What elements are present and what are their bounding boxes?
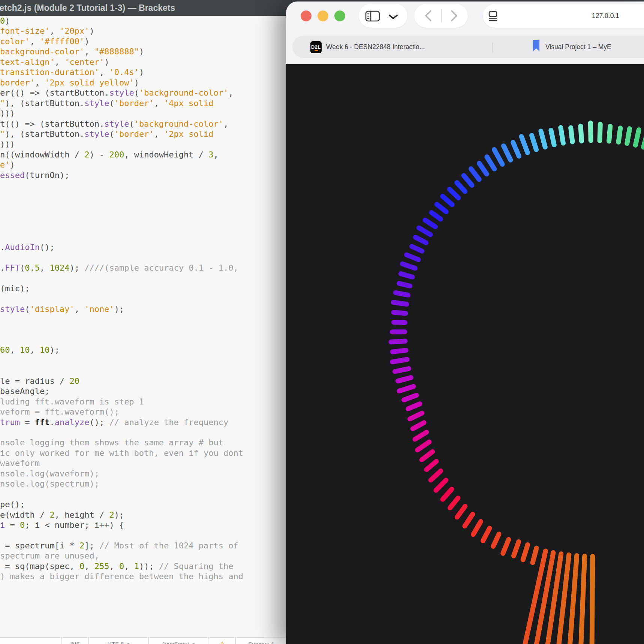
chevron-down-icon[interactable] xyxy=(388,13,398,20)
back-icon[interactable] xyxy=(424,9,433,22)
code-line: e(width / 2, height / 2); xyxy=(0,510,124,520)
spectrum-dash xyxy=(487,157,494,169)
tab-week6[interactable]: Week 6 - DESN22848 Interactio... xyxy=(326,36,425,58)
spectrum-dash xyxy=(561,127,563,143)
code-line: ))) xyxy=(0,139,15,149)
spectrum-dash xyxy=(571,128,572,142)
code-line: background-color', "#888888") xyxy=(0,46,144,57)
spectrum-dash xyxy=(600,124,600,141)
minimize-button[interactable] xyxy=(318,10,328,21)
code-line: ))) xyxy=(0,108,15,118)
d2l-favicon-text: D2L xyxy=(311,44,321,50)
code-line: = sq(map(spec, 0, 255, 0, 1)); // Squari… xyxy=(0,561,234,571)
spectrum-dash xyxy=(504,146,511,160)
spectrum-dash xyxy=(609,126,610,141)
code-line: = spectrum[i * 2]; // Most of the 1024 p… xyxy=(0,541,238,551)
spectrum-dash xyxy=(419,228,430,235)
spectrum-dash xyxy=(399,386,413,391)
code-line: essed(turnOn); xyxy=(0,170,69,180)
spectrum-dash xyxy=(541,131,545,147)
url-text[interactable]: 127.0.0.1 xyxy=(578,1,633,30)
spectrum-dash xyxy=(392,350,406,352)
status-language-dropdown[interactable]: JavaScript ▼ xyxy=(148,638,208,644)
spectrum-dash xyxy=(494,150,502,164)
spectrum-dash xyxy=(399,283,410,286)
spectrum-dash xyxy=(513,142,519,156)
status-insert-mode[interactable]: INS xyxy=(61,638,89,644)
status-spaces[interactable]: Spaces: 4 xyxy=(235,638,286,644)
code-line: waveform xyxy=(0,458,40,468)
code-line: nsole logging them shows the same array … xyxy=(0,437,223,448)
spectrum-dash xyxy=(412,246,422,251)
spectrum-dash xyxy=(465,514,473,526)
code-line: 0) xyxy=(0,16,10,26)
warning-icon: ⚠ xyxy=(219,638,226,644)
spectrum-dash xyxy=(591,556,593,644)
code-editor[interactable]: 0)font-size', '20px')color', '#ffff00')b… xyxy=(0,16,286,637)
spectrum-dash xyxy=(532,135,536,150)
spectrum-dash xyxy=(392,359,407,362)
spectrum-dash xyxy=(619,128,620,142)
code-line: style('display', 'none'); xyxy=(0,304,124,314)
code-line: e') xyxy=(0,160,15,170)
d2l-favicon: D2L xyxy=(310,41,322,53)
spectrum-dash xyxy=(407,255,419,260)
close-button[interactable] xyxy=(301,10,312,21)
code-line: font-size', '20px') xyxy=(0,26,94,36)
spectrum-dash xyxy=(436,480,446,490)
status-lint-warning[interactable]: ⚠ xyxy=(208,638,236,644)
spectrum-dash xyxy=(398,377,411,381)
spectrum-dash xyxy=(431,213,440,219)
safari-window: 127.0.0.1 D2L Week 6 - DESN22848 Interac… xyxy=(286,1,644,644)
spectrum-dash xyxy=(590,123,591,141)
spectrum-dash xyxy=(473,521,481,534)
code-line: spectrum are unused, xyxy=(0,551,99,561)
spectrum-dash xyxy=(457,183,465,191)
spectrum-dash xyxy=(425,220,436,227)
code-line: .FFT(0.5, 1024); ////(sample accuracy 0.… xyxy=(0,263,238,273)
spectrum-dash xyxy=(413,423,424,429)
spectrum-dash xyxy=(394,322,405,323)
tab-visual-project[interactable]: Visual Project 1 – MyE xyxy=(545,36,611,58)
code-line: "), (startButton.style('border', '4px so… xyxy=(0,98,214,108)
spectrum-dash xyxy=(437,204,446,212)
status-encoding-dropdown[interactable]: UTF-8 ▼ xyxy=(88,638,149,644)
reader-icon[interactable] xyxy=(488,11,498,21)
spectrum-dash xyxy=(493,534,499,547)
nav-divider xyxy=(441,9,442,22)
spectrum-dash xyxy=(401,274,412,277)
code-line: trum = fft.analyze(); // analyze the fre… xyxy=(0,417,228,427)
spectrum-dash xyxy=(581,126,582,141)
code-line: pe(); xyxy=(0,499,25,509)
spectrum-dash xyxy=(449,189,458,198)
spectrum-dash xyxy=(457,506,465,517)
language-label: JavaScript xyxy=(162,641,189,644)
code-line: nsole.log(waveform); xyxy=(0,469,99,479)
nav-button-group xyxy=(414,4,468,28)
insert-mode-label: INS xyxy=(70,641,80,644)
spectrum-dash xyxy=(415,432,427,439)
spaces-label: Spaces: 4 xyxy=(248,641,274,644)
audio-spectrum-visualization xyxy=(286,64,644,644)
spectrum-dash xyxy=(514,542,518,556)
zoom-button[interactable] xyxy=(334,10,345,21)
code-line: veform = fft.waveform(); xyxy=(0,407,119,417)
chevron-down-icon: ▼ xyxy=(192,642,195,644)
spectrum-dash xyxy=(533,548,536,563)
spectrum-dash xyxy=(395,293,408,295)
tab-separator xyxy=(492,42,493,52)
code-line: border', '2px solid yellow') xyxy=(0,78,139,88)
spectrum-dash xyxy=(427,461,436,470)
sidebar-icon[interactable] xyxy=(365,10,381,22)
code-line: nsole.log(spectrum); xyxy=(0,479,99,489)
code-line: er(() => (startButton.style('background-… xyxy=(0,88,234,98)
spectrum-dash xyxy=(394,312,406,313)
spectrum-dash xyxy=(410,413,422,419)
forward-icon[interactable] xyxy=(449,9,458,22)
spectrum-dash xyxy=(483,528,490,541)
spectrum-dash xyxy=(523,545,527,560)
spectrum-dash xyxy=(431,471,441,480)
editor-status-bar: INS UTF-8 ▼ JavaScript ▼ ⚠ Spaces: 4 xyxy=(0,637,286,644)
spectrum-dash xyxy=(418,442,429,450)
code-line: ic only worked for me with both, even if… xyxy=(0,448,243,458)
